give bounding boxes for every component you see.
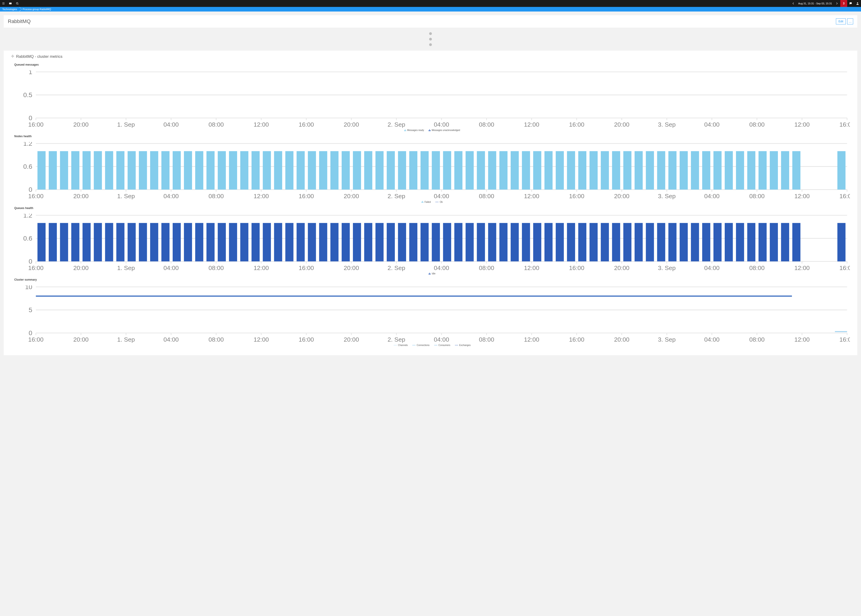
svg-rect-243: [421, 223, 429, 261]
page-title: RabbitMQ: [8, 19, 31, 24]
svg-text:20:00: 20:00: [614, 336, 629, 343]
svg-text:0.5: 0.5: [23, 91, 32, 99]
svg-text:08:00: 08:00: [209, 336, 224, 343]
svg-text:08:00: 08:00: [209, 264, 224, 272]
legend-item[interactable]: Messages ready: [404, 129, 424, 132]
svg-text:08:00: 08:00: [479, 264, 494, 272]
more-button[interactable]: …: [847, 19, 853, 24]
legend-item[interactable]: Consumers: [434, 344, 450, 346]
svg-rect-126: [376, 151, 383, 190]
svg-rect-113: [229, 151, 237, 190]
svg-text:0: 0: [29, 258, 33, 265]
svg-rect-266: [680, 223, 688, 261]
legend-item[interactable]: Ok: [435, 201, 443, 203]
svg-text:12:00: 12:00: [253, 193, 269, 200]
dashboard-icon[interactable]: [7, 0, 14, 7]
svg-text:04:00: 04:00: [434, 121, 449, 128]
svg-text:1. Sep: 1. Sep: [117, 336, 135, 343]
svg-text:5: 5: [29, 306, 33, 314]
svg-rect-252: [522, 223, 530, 261]
edit-button[interactable]: Edit: [836, 19, 846, 24]
legend-item[interactable]: Connections: [412, 344, 430, 346]
legend-item[interactable]: Messages unacknowledged: [429, 129, 460, 132]
svg-text:3. Sep: 3. Sep: [658, 336, 676, 343]
svg-rect-215: [105, 223, 113, 261]
svg-rect-149: [635, 151, 643, 190]
svg-rect-241: [398, 223, 406, 261]
breadcrumb-process-group[interactable]: Process group RabbitMQ: [20, 7, 54, 11]
svg-text:20:00: 20:00: [614, 121, 629, 128]
svg-text:08:00: 08:00: [479, 336, 494, 343]
svg-text:04:00: 04:00: [434, 336, 449, 343]
breadcrumb-technologies[interactable]: Technologies: [0, 7, 20, 11]
svg-rect-255: [556, 223, 564, 261]
svg-rect-232: [297, 223, 305, 261]
time-next-icon[interactable]: [833, 0, 840, 7]
svg-rect-263: [646, 223, 654, 261]
svg-text:20:00: 20:00: [73, 336, 89, 343]
svg-rect-121: [319, 151, 327, 190]
svg-rect-161: [770, 151, 778, 190]
legend-item[interactable]: Channels: [394, 344, 408, 346]
svg-text:1. Sep: 1. Sep: [117, 121, 135, 128]
svg-rect-157: [725, 151, 733, 190]
chat-icon[interactable]: [847, 0, 854, 7]
search-icon[interactable]: [14, 0, 21, 7]
svg-text:16:00: 16:00: [569, 121, 584, 128]
legend-item[interactable]: Failed: [421, 201, 431, 203]
svg-rect-112: [218, 151, 226, 190]
svg-text:16:00: 16:00: [569, 264, 584, 272]
svg-rect-6: [13, 55, 13, 55]
svg-rect-136: [488, 151, 496, 190]
svg-rect-129: [409, 151, 417, 190]
svg-rect-234: [319, 223, 327, 261]
svg-rect-228: [251, 223, 260, 261]
svg-text:12:00: 12:00: [524, 121, 539, 128]
legend-item[interactable]: Idle: [429, 272, 435, 275]
svg-text:04:00: 04:00: [163, 121, 179, 128]
alert-count-badge[interactable]: 3: [840, 0, 847, 7]
svg-rect-257: [578, 223, 586, 261]
user-icon[interactable]: [854, 0, 861, 7]
svg-rect-132: [443, 151, 451, 190]
svg-rect-125: [364, 151, 372, 190]
time-prev-icon[interactable]: [790, 0, 797, 7]
svg-text:16:00: 16:00: [839, 121, 850, 128]
svg-rect-239: [376, 223, 383, 261]
svg-text:12:00: 12:00: [794, 336, 810, 343]
top-bar: Aug 31, 15:31 - Sep 03, 15:31 3: [0, 0, 861, 7]
svg-text:0: 0: [29, 186, 33, 193]
svg-text:10: 10: [25, 286, 32, 291]
svg-rect-96: [38, 151, 46, 190]
title-card: RabbitMQ Edit …: [4, 15, 857, 28]
svg-rect-105: [139, 151, 147, 190]
svg-rect-99: [71, 151, 79, 190]
svg-rect-219: [150, 223, 158, 261]
svg-rect-146: [601, 151, 609, 190]
svg-text:2. Sep: 2. Sep: [388, 193, 405, 200]
svg-rect-4: [13, 56, 13, 57]
svg-rect-100: [82, 151, 91, 190]
chart-cluster_summary: Cluster summary051016:0020:001. Sep04:00…: [14, 278, 850, 346]
svg-rect-141: [544, 151, 553, 190]
svg-text:20:00: 20:00: [73, 193, 89, 200]
svg-text:20:00: 20:00: [73, 121, 89, 128]
svg-rect-242: [409, 223, 417, 261]
svg-rect-122: [330, 151, 338, 190]
svg-rect-272: [747, 223, 755, 261]
menu-icon[interactable]: [0, 0, 7, 7]
svg-text:1.2: 1.2: [23, 214, 32, 219]
svg-rect-117: [274, 151, 282, 190]
svg-text:04:00: 04:00: [163, 193, 179, 200]
chart-legend: FailedOk: [14, 201, 850, 203]
svg-rect-251: [511, 223, 518, 261]
svg-rect-262: [635, 223, 643, 261]
svg-text:3. Sep: 3. Sep: [658, 264, 676, 272]
legend-item[interactable]: Exchanges: [455, 344, 471, 346]
svg-text:16:00: 16:00: [569, 336, 584, 343]
svg-rect-246: [454, 223, 462, 261]
svg-rect-155: [702, 151, 710, 190]
time-range[interactable]: Aug 31, 15:31 - Sep 03, 15:31: [797, 0, 833, 7]
svg-rect-139: [522, 151, 530, 190]
svg-rect-247: [465, 223, 473, 261]
